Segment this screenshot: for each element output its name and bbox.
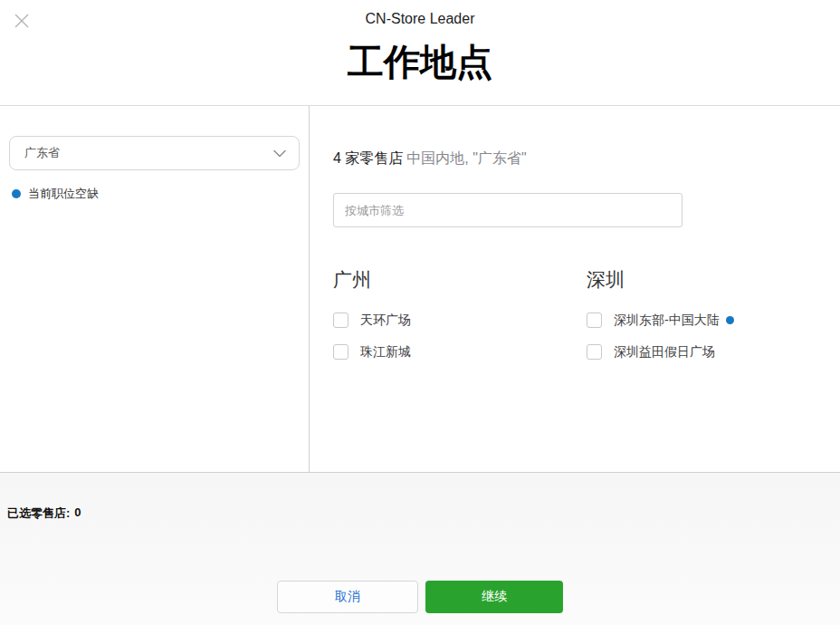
city-header: 广州 (333, 267, 587, 293)
continue-button[interactable]: 继续 (425, 581, 563, 613)
dialog-footer: 已选零售店:0 取消 继续 (0, 472, 840, 625)
cancel-button[interactable]: 取消 (277, 581, 418, 613)
store-checkbox[interactable] (587, 312, 602, 328)
store-label: 深圳益田假日广场 (614, 344, 715, 361)
city-group-shenzhen: 深圳 深圳东部-中国大陆 深圳益田假日广场 (587, 267, 840, 368)
work-location-dialog: CN-Store Leader 工作地点 广东省 当前职位空缺 4 家零售店中国… (0, 0, 840, 625)
store-label: 珠江新城 (360, 344, 411, 361)
store-row[interactable]: 深圳东部-中国大陆 (587, 304, 840, 336)
footer-actions: 取消 继续 (0, 581, 840, 613)
page-title: 工作地点 (0, 40, 840, 83)
results-count: 4 家零售店 (333, 150, 403, 166)
store-row[interactable]: 深圳益田假日广场 (587, 336, 840, 368)
results-summary: 4 家零售店中国内地, "广东省" (333, 149, 840, 168)
dialog-header: CN-Store Leader 工作地点 (0, 0, 840, 106)
dialog-content: 广东省 当前职位空缺 4 家零售店中国内地, "广东省" 广州 (0, 106, 840, 472)
store-label: 深圳东部-中国大陆 (614, 312, 720, 329)
results-location: 中国内地, "广东省" (406, 150, 526, 166)
stores-panel: 4 家零售店中国内地, "广东省" 广州 天环广场 珠江新城 深圳 (310, 106, 840, 472)
chevron-down-icon (273, 149, 286, 158)
openings-dot-icon (12, 189, 21, 198)
region-select[interactable]: 广东省 (9, 136, 300, 170)
close-icon (14, 14, 29, 28)
selected-count-value: 0 (74, 505, 81, 522)
openings-legend: 当前职位空缺 (9, 186, 300, 202)
selected-count-label: 已选零售店: (7, 505, 70, 522)
city-header: 深圳 (587, 267, 840, 293)
region-select-value: 广东省 (24, 145, 60, 161)
city-filter-input[interactable] (333, 193, 682, 227)
openings-dot-icon (726, 316, 734, 324)
store-checkbox[interactable] (587, 344, 602, 360)
job-title: CN-Store Leader (0, 10, 840, 28)
store-checkbox[interactable] (333, 344, 348, 360)
city-group-guangzhou: 广州 天环广场 珠江新城 (333, 267, 587, 368)
openings-legend-label: 当前职位空缺 (28, 186, 99, 202)
store-label: 天环广场 (360, 312, 411, 329)
selected-count: 已选零售店:0 (7, 505, 81, 522)
store-row[interactable]: 天环广场 (333, 304, 587, 336)
region-panel: 广东省 当前职位空缺 (0, 106, 310, 472)
store-row[interactable]: 珠江新城 (333, 336, 587, 368)
store-columns: 广州 天环广场 珠江新城 深圳 深圳东部-中国大陆 (333, 267, 840, 368)
store-checkbox[interactable] (333, 312, 348, 328)
close-button[interactable] (12, 11, 32, 31)
